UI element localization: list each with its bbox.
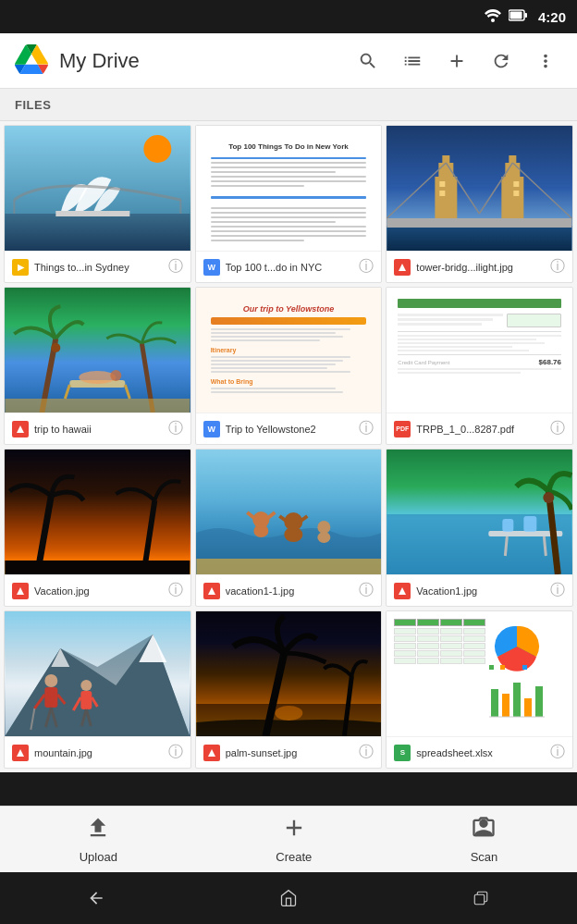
scan-label: Scan xyxy=(471,850,498,864)
svg-point-0 xyxy=(491,18,495,22)
file-type-icon-pdf: PDF xyxy=(394,421,411,437)
android-recent-button[interactable] xyxy=(464,881,497,915)
svg-point-70 xyxy=(80,680,92,691)
file-info-vacation1: Vacation1.jpg ⓘ xyxy=(387,574,572,606)
info-icon-hawaii[interactable]: ⓘ xyxy=(168,419,183,438)
svg-rect-90 xyxy=(535,686,543,717)
app-title: My Drive xyxy=(59,49,340,73)
file-type-icon-yellowstone: W xyxy=(203,421,220,437)
file-card-spreadsheet[interactable]: S spreadsheet.xlsx ⓘ xyxy=(386,610,573,769)
file-info-vacation1-1: vacation1-1.jpg ⓘ xyxy=(196,574,382,606)
file-card-yellowstone[interactable]: Our trip to Yellowstone Itinerary What t… xyxy=(195,287,383,445)
info-icon-vacation1[interactable]: ⓘ xyxy=(550,581,565,600)
file-info-vacation: Vacation.jpg ⓘ xyxy=(5,574,190,606)
svg-rect-37 xyxy=(5,450,190,574)
svg-rect-18 xyxy=(387,218,572,228)
info-icon-yellowstone[interactable]: ⓘ xyxy=(359,419,374,438)
file-card-vacation1[interactable]: Vacation1.jpg ⓘ xyxy=(386,449,573,607)
file-card-nyc[interactable]: Top 100 Things To Do in New York xyxy=(195,125,383,283)
list-view-button[interactable] xyxy=(396,44,429,78)
file-type-icon-sydney: ▶ xyxy=(12,259,29,276)
refresh-button[interactable] xyxy=(485,44,518,78)
toolbar: My Drive xyxy=(0,33,577,89)
svg-rect-58 xyxy=(503,519,514,532)
svg-point-78 xyxy=(275,706,302,721)
info-icon-vacation[interactable]: ⓘ xyxy=(168,581,183,600)
file-type-icon-mountain xyxy=(12,745,29,761)
file-info-sydney: ▶ Things to...in Sydney ⓘ xyxy=(5,251,190,282)
info-icon-vacation1-1[interactable]: ⓘ xyxy=(359,581,374,600)
file-name-vacation1: Vacation1.jpg xyxy=(416,585,545,597)
svg-rect-86 xyxy=(491,689,498,717)
doc-title: Top 100 Things To Do in New York xyxy=(211,142,367,151)
svg-rect-52 xyxy=(196,559,381,574)
file-type-icon-vacation1 xyxy=(394,583,411,599)
svg-point-34 xyxy=(110,370,121,381)
nav-upload[interactable]: Upload xyxy=(80,815,117,864)
search-button[interactable] xyxy=(351,44,385,78)
android-nav xyxy=(0,872,577,924)
file-name-tower-bridge: tower-bridg...ilight.jpg xyxy=(416,262,545,273)
info-icon-nyc[interactable]: ⓘ xyxy=(359,257,374,277)
file-info-spreadsheet: S spreadsheet.xlsx ⓘ xyxy=(387,736,572,768)
add-button[interactable] xyxy=(440,44,473,78)
svg-rect-92 xyxy=(474,894,485,905)
nav-scan[interactable]: Scan xyxy=(471,815,498,864)
section-title: FILES xyxy=(15,98,51,112)
svg-rect-88 xyxy=(513,683,521,717)
file-card-vacation[interactable]: Vacation.jpg ⓘ xyxy=(4,449,191,607)
svg-point-63 xyxy=(44,674,57,687)
file-type-icon-palm-sunset xyxy=(203,745,220,761)
info-icon-spreadsheet[interactable]: ⓘ xyxy=(550,743,565,762)
overflow-menu-button[interactable] xyxy=(529,44,562,78)
file-card-palm-sunset[interactable]: palm-sunset.jpg ⓘ xyxy=(195,610,383,769)
svg-rect-59 xyxy=(524,516,537,532)
svg-point-36 xyxy=(51,343,60,352)
svg-rect-5 xyxy=(5,214,190,251)
svg-rect-35 xyxy=(5,399,190,413)
svg-rect-27 xyxy=(5,288,190,413)
svg-point-9 xyxy=(143,135,171,163)
file-name-pdf: TRPB_1_0...8287.pdf xyxy=(416,424,545,435)
file-info-pdf: PDF TRPB_1_0...8287.pdf ⓘ xyxy=(387,413,572,444)
svg-rect-6 xyxy=(55,211,129,216)
file-name-mountain: mountain.jpg xyxy=(34,747,163,758)
file-type-icon-tower-bridge xyxy=(394,259,411,276)
svg-rect-71 xyxy=(80,691,92,709)
file-name-nyc: Top 100 t...do in NYC xyxy=(226,262,354,273)
info-icon-palm-sunset[interactable]: ⓘ xyxy=(359,743,374,762)
android-back-button[interactable] xyxy=(80,881,113,915)
file-card-vacation1-1[interactable]: vacation1-1.jpg ⓘ xyxy=(195,449,383,607)
upload-label: Upload xyxy=(80,850,117,864)
file-card-sydney[interactable]: ▶ Things to...in Sydney ⓘ xyxy=(4,125,191,283)
svg-rect-84 xyxy=(511,665,516,670)
info-icon-tower-bridge[interactable]: ⓘ xyxy=(550,257,565,277)
svg-rect-26 xyxy=(514,191,520,196)
file-type-icon-spreadsheet: S xyxy=(394,745,411,761)
file-info-nyc: W Top 100 t...do in NYC ⓘ xyxy=(196,251,382,282)
files-grid: ▶ Things to...in Sydney ⓘ Top 100 Things… xyxy=(0,121,577,772)
svg-rect-89 xyxy=(524,698,532,717)
file-card-mountain[interactable]: mountain.jpg ⓘ xyxy=(4,610,191,769)
svg-rect-2 xyxy=(509,12,522,19)
file-name-yellowstone: Trip to Yellowstone2 xyxy=(226,424,354,435)
info-icon-sydney[interactable]: ⓘ xyxy=(168,257,183,277)
svg-point-33 xyxy=(79,371,116,384)
status-bar: 4:20 xyxy=(0,0,577,33)
android-home-button[interactable] xyxy=(272,881,305,915)
section-header: FILES xyxy=(0,89,577,121)
file-card-pdf[interactable]: Credit Card Payment $68.76 PDF TRPB_1_0.… xyxy=(386,287,573,445)
status-time: 4:20 xyxy=(538,9,566,25)
info-icon-mountain[interactable]: ⓘ xyxy=(168,743,183,762)
nav-create[interactable]: Create xyxy=(276,815,312,864)
svg-rect-25 xyxy=(514,181,520,187)
wifi-icon xyxy=(485,9,501,25)
file-info-mountain: mountain.jpg ⓘ xyxy=(5,736,190,768)
svg-rect-3 xyxy=(524,13,527,18)
svg-point-51 xyxy=(317,521,330,534)
file-name-vacation: Vacation.jpg xyxy=(34,585,163,597)
file-card-tower-bridge[interactable]: tower-bridg...ilight.jpg ⓘ xyxy=(386,125,573,283)
info-icon-pdf[interactable]: ⓘ xyxy=(550,419,565,438)
svg-rect-11 xyxy=(387,226,572,251)
file-card-hawaii[interactable]: trip to hawaii ⓘ xyxy=(4,287,191,445)
